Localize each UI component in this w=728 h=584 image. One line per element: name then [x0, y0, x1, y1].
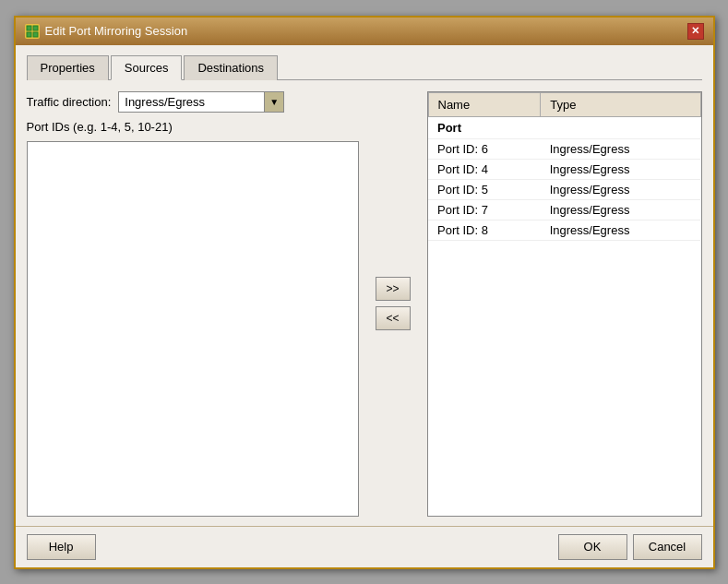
cell-name: Port ID: 8 [428, 220, 541, 240]
group-header-label: Port [428, 116, 700, 138]
cell-type: Ingress/Egress [541, 199, 700, 220]
forward-button[interactable]: >> [376, 277, 411, 301]
svg-rect-2 [27, 32, 31, 37]
svg-rect-3 [33, 32, 38, 37]
tab-bar: Properties Sources Destinations [27, 54, 702, 80]
cell-type: Ingress/Egress [541, 179, 700, 199]
right-panel: Name Type PortPort ID: 6Ingress/EgressPo… [427, 91, 702, 517]
cell-type: Ingress/Egress [541, 159, 700, 179]
cell-name: Port ID: 6 [428, 138, 541, 159]
table-row[interactable]: Port ID: 8Ingress/Egress [428, 220, 700, 240]
cell-type: Ingress/Egress [541, 138, 700, 159]
cancel-button[interactable]: Cancel [633, 534, 702, 560]
cell-name: Port ID: 5 [428, 179, 541, 199]
cell-name: Port ID: 4 [428, 159, 541, 179]
title-bar-left: Edit Port Mirroring Session [25, 24, 188, 39]
port-ids-textarea[interactable] [27, 141, 359, 517]
dialog-body: Properties Sources Destinations Traffic … [16, 45, 713, 526]
footer-right-buttons: OK Cancel [558, 534, 702, 560]
dialog-title: Edit Port Mirroring Session [45, 24, 188, 38]
dialog-footer: Help OK Cancel [16, 526, 713, 567]
table-header-row: Name Type [428, 92, 700, 116]
svg-rect-1 [33, 26, 38, 30]
table-row[interactable]: Port ID: 5Ingress/Egress [428, 179, 700, 199]
traffic-direction-label: Traffic direction: [27, 95, 112, 109]
help-button[interactable]: Help [27, 534, 96, 560]
back-button[interactable]: << [376, 306, 411, 330]
col-type-header: Type [541, 92, 700, 116]
close-button[interactable]: ✕ [687, 23, 704, 40]
title-bar: Edit Port Mirroring Session ✕ [16, 18, 713, 45]
ports-table: Name Type PortPort ID: 6Ingress/EgressPo… [428, 92, 701, 241]
middle-buttons: >> << [368, 91, 418, 517]
left-panel: Traffic direction: Ingress/Egress Ingres… [27, 91, 359, 517]
content-area: Traffic direction: Ingress/Egress Ingres… [27, 91, 702, 517]
table-row[interactable]: Port ID: 6Ingress/Egress [428, 138, 700, 159]
cell-name: Port ID: 7 [428, 199, 541, 220]
cell-type: Ingress/Egress [541, 220, 700, 240]
tab-properties[interactable]: Properties [27, 55, 109, 80]
traffic-direction-select[interactable]: Ingress/Egress Ingress Egress [118, 91, 284, 113]
data-table: Name Type PortPort ID: 6Ingress/EgressPo… [427, 91, 702, 517]
svg-rect-0 [27, 26, 31, 30]
tab-sources[interactable]: Sources [111, 55, 183, 80]
port-ids-label: Port IDs (e.g. 1-4, 5, 10-21) [27, 120, 359, 134]
traffic-direction-select-wrapper: Ingress/Egress Ingress Egress ▼ [118, 91, 284, 113]
table-group-header: Port [428, 116, 700, 138]
table-row[interactable]: Port ID: 4Ingress/Egress [428, 159, 700, 179]
table-row[interactable]: Port ID: 7Ingress/Egress [428, 199, 700, 220]
tab-destinations[interactable]: Destinations [184, 55, 278, 80]
edit-port-mirroring-dialog: Edit Port Mirroring Session ✕ Properties… [14, 16, 715, 569]
col-name-header: Name [428, 92, 541, 116]
ok-button[interactable]: OK [558, 534, 627, 560]
traffic-direction-row: Traffic direction: Ingress/Egress Ingres… [27, 91, 359, 113]
dialog-icon [25, 24, 40, 39]
